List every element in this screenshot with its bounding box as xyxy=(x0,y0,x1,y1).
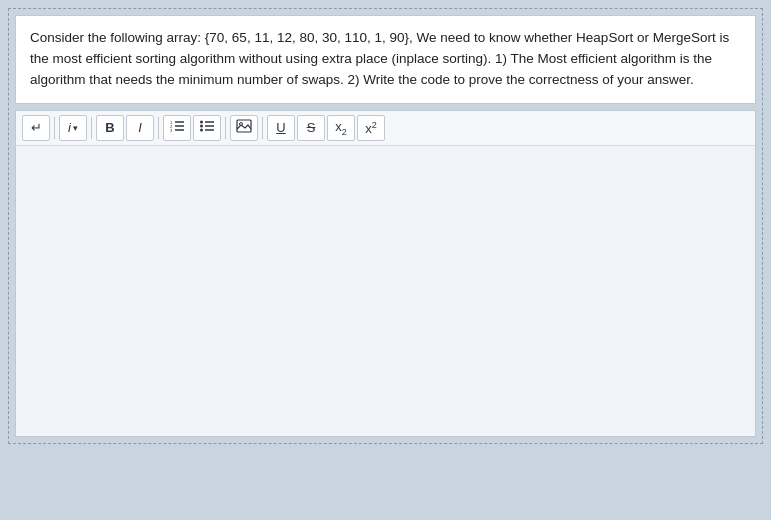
info-icon: i xyxy=(68,120,71,135)
strikethrough-button[interactable]: S xyxy=(297,115,325,141)
svg-text:3: 3 xyxy=(170,128,173,133)
info-button[interactable]: i ▾ xyxy=(59,115,87,141)
bold-button[interactable]: B xyxy=(96,115,124,141)
separator-2 xyxy=(91,117,92,139)
info-dropdown-arrow: ▾ xyxy=(73,123,78,133)
indent-button[interactable]: ↵ xyxy=(22,115,50,141)
italic-button[interactable]: I xyxy=(126,115,154,141)
underline-icon: U xyxy=(276,120,285,135)
separator-4 xyxy=(225,117,226,139)
editor-area: ↵ i ▾ B I 1 xyxy=(15,110,756,437)
image-icon xyxy=(236,119,252,136)
indent-icon: ↵ xyxy=(31,120,42,135)
image-button[interactable] xyxy=(230,115,258,141)
svg-point-10 xyxy=(200,125,203,128)
superscript-button[interactable]: x2 xyxy=(357,115,385,141)
bold-icon: B xyxy=(105,120,114,135)
strikethrough-icon: S xyxy=(307,120,316,135)
svg-point-11 xyxy=(200,129,203,132)
underline-button[interactable]: U xyxy=(267,115,295,141)
separator-3 xyxy=(158,117,159,139)
subscript-button[interactable]: x2 xyxy=(327,115,355,141)
question-text: Consider the following array: {70, 65, 1… xyxy=(30,28,741,91)
ordered-list-button[interactable]: 1 2 3 xyxy=(163,115,191,141)
svg-point-9 xyxy=(200,121,203,124)
editor-content[interactable] xyxy=(16,146,755,436)
separator-5 xyxy=(262,117,263,139)
superscript-icon: x2 xyxy=(365,120,377,136)
unordered-list-button[interactable] xyxy=(193,115,221,141)
question-box: Consider the following array: {70, 65, 1… xyxy=(15,15,756,104)
italic-icon: I xyxy=(138,120,142,135)
subscript-icon: x2 xyxy=(335,119,347,137)
unordered-list-icon xyxy=(199,119,215,136)
toolbar: ↵ i ▾ B I 1 xyxy=(16,111,755,146)
outer-container: Consider the following array: {70, 65, 1… xyxy=(8,8,763,444)
ordered-list-icon: 1 2 3 xyxy=(169,119,185,136)
separator-1 xyxy=(54,117,55,139)
